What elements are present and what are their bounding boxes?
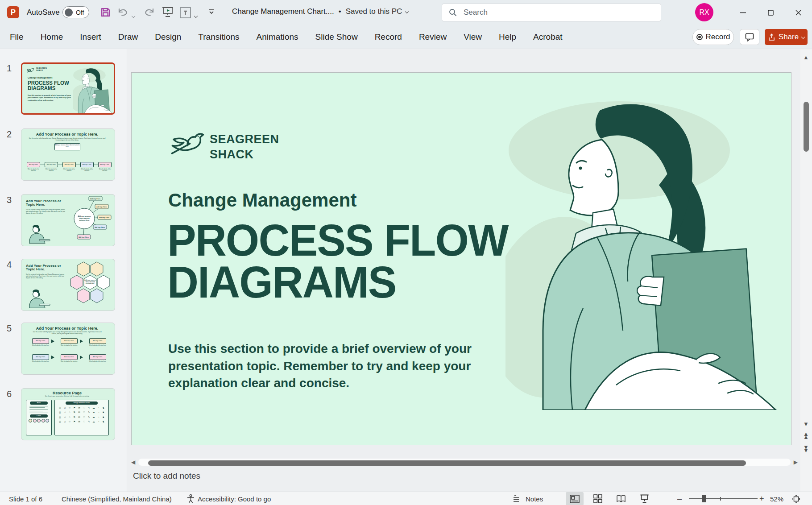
zoom-slider-track[interactable] (689, 498, 758, 499)
slide-number: 6 (7, 389, 12, 399)
share-icon (768, 33, 775, 41)
mini-step-detail: Write the details of the step here. (61, 361, 78, 362)
style-dropdown-icon[interactable] (195, 11, 197, 19)
status-bar: Slide 1 of 6 Chinese (Simplified, Mainla… (0, 492, 812, 505)
mini-person-illustration (24, 289, 52, 309)
mini-step-detail: Write the details of the step here. (32, 345, 49, 346)
search-input[interactable] (464, 8, 633, 17)
horizontal-scroll-track[interactable] (138, 459, 791, 466)
powerpoint-app-icon[interactable]: P (7, 6, 19, 18)
menu-item-draw[interactable]: Draw (118, 32, 138, 42)
menu-item-transitions[interactable]: Transitions (198, 32, 239, 42)
menu-item-animations[interactable]: Animations (257, 32, 298, 42)
mini-step-box: Add step 5 here. (61, 354, 78, 360)
slide-thumbnail-4[interactable]: Add Your Process or Topic Here. Use this… (21, 259, 115, 311)
menu-item-help[interactable]: Help (499, 32, 516, 42)
fit-to-window-icon (791, 494, 801, 504)
slide-number: 4 (7, 260, 12, 270)
normal-view-button[interactable] (566, 492, 584, 505)
woman-clipboard-illustration (73, 67, 115, 113)
previous-slide-button[interactable]: ▲▲ (803, 432, 809, 439)
menu-item-review[interactable]: Review (419, 32, 447, 42)
mini-icons-panel: Design Elements / Icons ◎♫☆⚑✉♡✎☁◔♞◎♫☆⚑✉♡… (54, 400, 109, 435)
mini-step-box: Add step 4 here. (80, 162, 94, 167)
slide-title[interactable]: PROCESS FLOW DIAGRAMS (167, 219, 508, 303)
comments-button[interactable] (740, 29, 759, 45)
mini-title: Add Your Process or Topic Here. (26, 264, 67, 271)
menu-item-slide-show[interactable]: Slide Show (315, 32, 358, 42)
mini-title: Resource Page (21, 391, 113, 395)
zoom-out-button[interactable]: – (677, 492, 682, 505)
vertical-scroll-thumb[interactable] (804, 102, 809, 152)
color-swatch (41, 419, 45, 422)
slide-thumbnail-1[interactable]: SEAGREEN SHACK Change Management PROCESS… (21, 62, 115, 115)
notes-placeholder[interactable]: Click to add notes (133, 471, 200, 481)
slide-indicator[interactable]: Slide 1 of 6 (9, 492, 42, 505)
slide-thumbnail-6[interactable]: Resource Page Use these in your presenta… (21, 388, 115, 440)
mini-step-box: Add step 2 here. (61, 338, 78, 344)
menu-item-insert[interactable]: Insert (80, 32, 101, 42)
search-bar[interactable] (442, 4, 661, 21)
customize-quick-access-toolbar-icon[interactable] (208, 8, 215, 15)
mini-step-detail: Write the details of the step here. (45, 169, 58, 171)
menu-item-record[interactable]: Record (375, 32, 402, 42)
start-slideshow-icon[interactable] (162, 7, 174, 18)
autosave-toggle[interactable]: Off (62, 6, 89, 18)
user-avatar[interactable]: RX (695, 3, 713, 21)
notes-icon (513, 495, 523, 503)
fit-to-window-button[interactable] (791, 492, 801, 505)
scroll-left-icon[interactable]: ◀ (131, 458, 135, 467)
comment-icon (745, 33, 754, 41)
search-icon (448, 8, 457, 17)
mini-step-detail: Write the details of the step here. (32, 361, 49, 362)
mini-step-box: Add step 2 here. (45, 162, 58, 167)
scroll-down-icon[interactable]: ▼ (803, 421, 809, 427)
menu-item-acrobat[interactable]: Acrobat (533, 32, 562, 42)
menu-item-file[interactable]: File (10, 32, 24, 42)
slide-number: 1 (7, 63, 12, 74)
slide-kicker[interactable]: Change Management (168, 190, 356, 211)
slide-sorter-view-button[interactable] (589, 492, 607, 505)
slide-thumbnail-3[interactable]: Add Your Process or Topic Here. Use this… (21, 194, 115, 246)
color-swatch (33, 419, 37, 422)
menu-item-design[interactable]: Design (155, 32, 181, 42)
save-icon[interactable] (100, 7, 111, 18)
redo-icon[interactable] (144, 7, 155, 17)
menu-item-view[interactable]: View (464, 32, 482, 42)
language-indicator[interactable]: Chinese (Simplified, Mainland China) (62, 492, 172, 505)
menu-item-home[interactable]: Home (41, 32, 63, 42)
mini-step-detail: Write the details of the step here. (89, 361, 106, 362)
next-slide-button[interactable]: ▼▼ (803, 446, 809, 452)
slide-thumbnail-2[interactable]: Add Your Process or Topic Here. Use this… (21, 128, 115, 181)
autosave-label: AutoSave (27, 8, 60, 17)
close-button[interactable] (784, 0, 812, 25)
mini-intro: Use this section to briefly explain your… (30, 331, 104, 335)
scroll-up-icon[interactable]: ▲ (803, 54, 809, 61)
zoom-slider-handle[interactable] (702, 495, 706, 502)
accessibility-status[interactable]: Accessibility: Good to go (186, 492, 271, 505)
reading-view-button[interactable] (612, 492, 630, 505)
color-swatch (29, 419, 32, 422)
horizontal-scrollbar: ◀ ▶ (130, 458, 799, 467)
slideshow-view-button[interactable] (635, 492, 653, 505)
zoom-level[interactable]: 52% (770, 492, 783, 505)
saved-status[interactable]: Saved to this PC (346, 7, 409, 16)
notes-toggle-button[interactable]: Notes (513, 492, 543, 505)
scroll-right-icon[interactable]: ▶ (794, 458, 798, 467)
style-box-icon[interactable] (179, 7, 191, 19)
mini-brand: SEAGREEN SHACK (36, 67, 49, 72)
horizontal-scroll-thumb[interactable] (148, 460, 746, 466)
reading-view-icon (616, 495, 626, 503)
share-button[interactable]: Share (765, 29, 808, 45)
slide-thumbnail-5[interactable]: Add Your Process or Topic Here. Use this… (21, 323, 115, 375)
record-button[interactable]: Record (692, 29, 734, 45)
minimize-button[interactable] (729, 0, 757, 25)
undo-dropdown-icon[interactable] (132, 11, 135, 19)
zoom-in-button[interactable]: + (759, 492, 764, 505)
document-title[interactable]: Change Management Chart.... (232, 7, 334, 16)
bird-logo-icon (26, 67, 34, 73)
slide-body-text[interactable]: Use this section to provide a brief over… (168, 340, 481, 392)
undo-icon[interactable] (117, 7, 128, 17)
maximize-button[interactable] (757, 0, 784, 25)
slide-editor[interactable]: SEAGREEN SHACK Change Management PROCESS… (131, 72, 791, 445)
